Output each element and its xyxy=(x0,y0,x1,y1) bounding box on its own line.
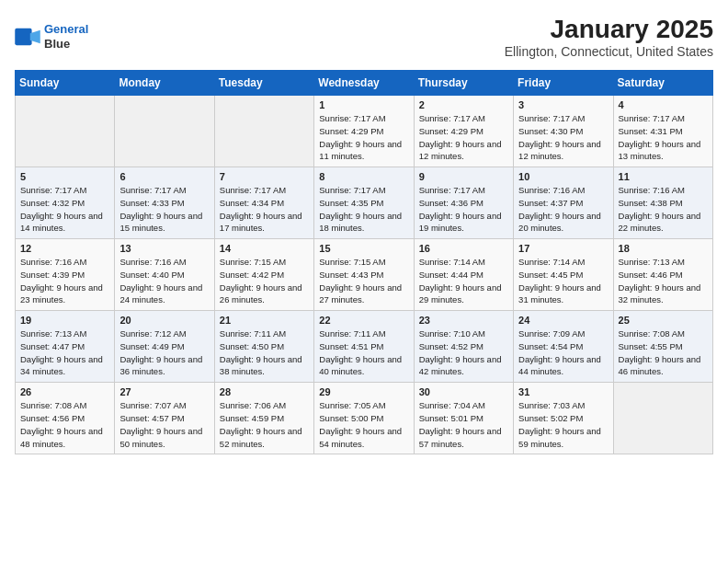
calendar-cell: 11Sunrise: 7:16 AMSunset: 4:38 PMDayligh… xyxy=(613,167,712,239)
day-info: Sunrise: 7:13 AMSunset: 4:46 PMDaylight:… xyxy=(619,256,708,306)
calendar-cell xyxy=(214,96,313,167)
day-info: Sunrise: 7:16 AMSunset: 4:40 PMDaylight:… xyxy=(119,256,209,306)
weekday-header-wednesday: Wednesday xyxy=(314,71,414,96)
day-number: 3 xyxy=(518,99,608,110)
calendar-cell: 30Sunrise: 7:04 AMSunset: 5:01 PMDayligh… xyxy=(414,383,513,454)
day-number: 31 xyxy=(518,386,608,397)
calendar-week-row: 19Sunrise: 7:13 AMSunset: 4:47 PMDayligh… xyxy=(16,311,713,383)
day-info: Sunrise: 7:03 AMSunset: 5:02 PMDaylight:… xyxy=(518,399,608,450)
weekday-header-monday: Monday xyxy=(115,71,214,96)
day-number: 30 xyxy=(419,386,508,397)
day-number: 27 xyxy=(119,386,209,397)
logo-line2: Blue xyxy=(44,37,88,52)
day-info: Sunrise: 7:10 AMSunset: 4:52 PMDaylight:… xyxy=(419,327,508,378)
day-number: 2 xyxy=(419,99,508,110)
day-number: 6 xyxy=(119,171,209,182)
svg-rect-0 xyxy=(15,29,31,45)
day-info: Sunrise: 7:15 AMSunset: 4:42 PMDaylight:… xyxy=(220,256,309,306)
calendar-cell: 22Sunrise: 7:11 AMSunset: 4:51 PMDayligh… xyxy=(314,311,414,383)
weekday-header-row: SundayMondayTuesdayWednesdayThursdayFrid… xyxy=(16,71,713,96)
day-number: 23 xyxy=(419,315,508,326)
day-info: Sunrise: 7:09 AMSunset: 4:54 PMDaylight:… xyxy=(518,327,608,378)
calendar-cell: 13Sunrise: 7:16 AMSunset: 4:40 PMDayligh… xyxy=(115,239,214,311)
calendar-cell: 27Sunrise: 7:07 AMSunset: 4:57 PMDayligh… xyxy=(115,383,214,454)
day-number: 5 xyxy=(20,171,109,182)
day-info: Sunrise: 7:15 AMSunset: 4:43 PMDaylight:… xyxy=(319,256,408,306)
day-info: Sunrise: 7:17 AMSunset: 4:32 PMDaylight:… xyxy=(20,184,109,235)
day-info: Sunrise: 7:14 AMSunset: 4:44 PMDaylight:… xyxy=(419,256,508,306)
day-number: 17 xyxy=(518,243,608,254)
logo: General Blue xyxy=(15,22,88,51)
weekday-header-sunday: Sunday xyxy=(16,71,115,96)
day-number: 22 xyxy=(319,315,408,326)
weekday-header-thursday: Thursday xyxy=(414,71,513,96)
day-number: 26 xyxy=(20,386,109,397)
day-info: Sunrise: 7:17 AMSunset: 4:31 PMDaylight:… xyxy=(619,112,708,163)
day-number: 4 xyxy=(619,99,708,110)
calendar-cell: 1Sunrise: 7:17 AMSunset: 4:29 PMDaylight… xyxy=(314,96,414,167)
weekday-header-saturday: Saturday xyxy=(613,71,712,96)
calendar-week-row: 1Sunrise: 7:17 AMSunset: 4:29 PMDaylight… xyxy=(16,96,713,167)
day-number: 1 xyxy=(319,99,408,110)
day-number: 18 xyxy=(619,243,708,254)
calendar-cell: 3Sunrise: 7:17 AMSunset: 4:30 PMDaylight… xyxy=(514,96,613,167)
day-info: Sunrise: 7:07 AMSunset: 4:57 PMDaylight:… xyxy=(119,399,209,450)
day-info: Sunrise: 7:16 AMSunset: 4:37 PMDaylight:… xyxy=(518,184,608,235)
day-number: 16 xyxy=(419,243,508,254)
month-title: January 2025 xyxy=(505,15,713,44)
calendar-cell: 7Sunrise: 7:17 AMSunset: 4:34 PMDaylight… xyxy=(214,167,313,239)
calendar-body: 1Sunrise: 7:17 AMSunset: 4:29 PMDaylight… xyxy=(16,96,713,454)
day-info: Sunrise: 7:16 AMSunset: 4:39 PMDaylight:… xyxy=(20,256,109,306)
calendar-cell: 20Sunrise: 7:12 AMSunset: 4:49 PMDayligh… xyxy=(115,311,214,383)
calendar-cell: 23Sunrise: 7:10 AMSunset: 4:52 PMDayligh… xyxy=(414,311,513,383)
day-info: Sunrise: 7:16 AMSunset: 4:38 PMDaylight:… xyxy=(619,184,708,235)
calendar-cell: 28Sunrise: 7:06 AMSunset: 4:59 PMDayligh… xyxy=(214,383,313,454)
calendar-cell: 8Sunrise: 7:17 AMSunset: 4:35 PMDaylight… xyxy=(314,167,414,239)
calendar-week-row: 26Sunrise: 7:08 AMSunset: 4:56 PMDayligh… xyxy=(16,383,713,454)
title-area: January 2025 Ellington, Connecticut, Uni… xyxy=(505,15,713,59)
calendar-cell: 5Sunrise: 7:17 AMSunset: 4:32 PMDaylight… xyxy=(16,167,115,239)
calendar-cell xyxy=(613,383,712,454)
day-number: 20 xyxy=(119,315,209,326)
day-info: Sunrise: 7:17 AMSunset: 4:35 PMDaylight:… xyxy=(319,184,408,235)
day-number: 13 xyxy=(119,243,209,254)
calendar-cell xyxy=(16,96,115,167)
day-info: Sunrise: 7:17 AMSunset: 4:29 PMDaylight:… xyxy=(419,112,508,163)
day-number: 29 xyxy=(319,386,408,397)
day-number: 14 xyxy=(220,243,309,254)
day-number: 7 xyxy=(220,171,309,182)
calendar-cell: 10Sunrise: 7:16 AMSunset: 4:37 PMDayligh… xyxy=(514,167,613,239)
day-number: 21 xyxy=(220,315,309,326)
day-info: Sunrise: 7:17 AMSunset: 4:34 PMDaylight:… xyxy=(220,184,309,235)
calendar-cell: 12Sunrise: 7:16 AMSunset: 4:39 PMDayligh… xyxy=(16,239,115,311)
day-number: 9 xyxy=(419,171,508,182)
day-info: Sunrise: 7:17 AMSunset: 4:30 PMDaylight:… xyxy=(518,112,608,163)
day-info: Sunrise: 7:08 AMSunset: 4:55 PMDaylight:… xyxy=(619,327,708,378)
logo-line1: General xyxy=(44,22,88,36)
logo-icon xyxy=(15,27,40,47)
day-info: Sunrise: 7:17 AMSunset: 4:36 PMDaylight:… xyxy=(419,184,508,235)
day-number: 24 xyxy=(518,315,608,326)
calendar-cell: 31Sunrise: 7:03 AMSunset: 5:02 PMDayligh… xyxy=(514,383,613,454)
location-title: Ellington, Connecticut, United States xyxy=(505,44,713,59)
calendar-cell: 16Sunrise: 7:14 AMSunset: 4:44 PMDayligh… xyxy=(414,239,513,311)
calendar-week-row: 12Sunrise: 7:16 AMSunset: 4:39 PMDayligh… xyxy=(16,239,713,311)
calendar-cell: 14Sunrise: 7:15 AMSunset: 4:42 PMDayligh… xyxy=(214,239,313,311)
day-number: 15 xyxy=(319,243,408,254)
day-info: Sunrise: 7:04 AMSunset: 5:01 PMDaylight:… xyxy=(419,399,508,450)
day-info: Sunrise: 7:05 AMSunset: 5:00 PMDaylight:… xyxy=(319,399,408,450)
weekday-header-tuesday: Tuesday xyxy=(214,71,313,96)
day-info: Sunrise: 7:14 AMSunset: 4:45 PMDaylight:… xyxy=(518,256,608,306)
calendar-cell: 29Sunrise: 7:05 AMSunset: 5:00 PMDayligh… xyxy=(314,383,414,454)
day-info: Sunrise: 7:06 AMSunset: 4:59 PMDaylight:… xyxy=(220,399,309,450)
calendar-cell: 15Sunrise: 7:15 AMSunset: 4:43 PMDayligh… xyxy=(314,239,414,311)
weekday-header-friday: Friday xyxy=(514,71,613,96)
day-info: Sunrise: 7:12 AMSunset: 4:49 PMDaylight:… xyxy=(119,327,209,378)
logo-text: General Blue xyxy=(44,22,88,51)
header: General Blue January 2025 Ellington, Con… xyxy=(15,15,713,59)
calendar-cell: 24Sunrise: 7:09 AMSunset: 4:54 PMDayligh… xyxy=(514,311,613,383)
day-number: 10 xyxy=(518,171,608,182)
day-number: 19 xyxy=(20,315,109,326)
calendar-cell: 19Sunrise: 7:13 AMSunset: 4:47 PMDayligh… xyxy=(16,311,115,383)
calendar-table: SundayMondayTuesdayWednesdayThursdayFrid… xyxy=(15,70,713,454)
